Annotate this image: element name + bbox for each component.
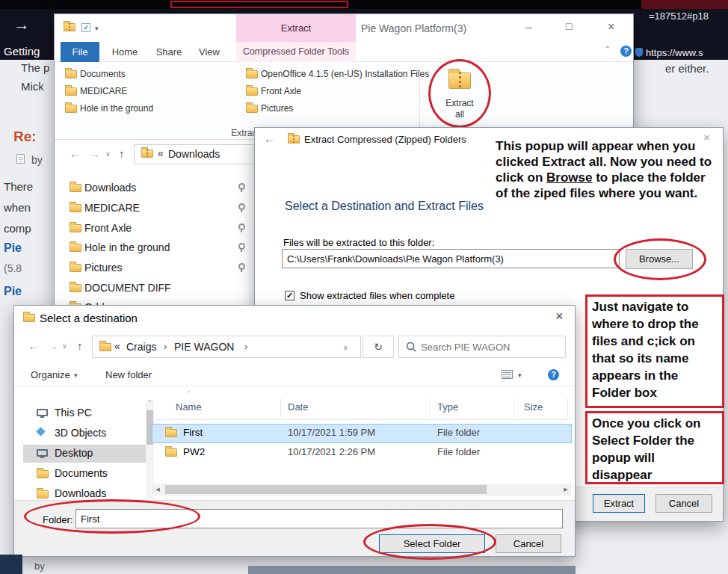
explorer-nav-item-medicare[interactable]: MEDICARE (84, 202, 140, 214)
dialog-toolbar (14, 364, 575, 386)
up-icon[interactable]: ↑ (77, 339, 83, 352)
minimize-button[interactable]: – (525, 20, 531, 33)
tab-file[interactable]: File (61, 42, 99, 62)
views-dropdown-icon[interactable]: ▾ (518, 371, 522, 379)
extract-button[interactable]: Extract (593, 494, 645, 513)
extract-all-label-line1: Extract (433, 98, 487, 108)
back-icon[interactable]: ← (28, 339, 39, 352)
app-zip-folder-icon (64, 23, 75, 31)
extract-to-place[interactable]: MEDICARE (80, 86, 127, 96)
top-black-strip (0, 0, 728, 9)
close-icon[interactable]: × (555, 309, 564, 324)
column-header-size[interactable]: Size (524, 401, 543, 413)
show-files-label: Show extracted files when complete (300, 290, 454, 301)
wizard-back-icon[interactable]: ← (264, 132, 275, 145)
quick-access-check-icon[interactable]: ✓ (81, 23, 90, 32)
select-cancel-button[interactable]: Cancel (496, 534, 561, 553)
h-scroll-right-icon[interactable]: ▸ (560, 484, 572, 494)
browser-forward-icon[interactable]: → (13, 15, 30, 34)
search-input[interactable] (419, 337, 561, 357)
h-scroll-left-icon[interactable]: ◂ (152, 484, 164, 494)
pin-icon[interactable] (237, 223, 244, 232)
breadcrumb-chevron-icon[interactable]: › (244, 341, 247, 352)
select-note-annotation: Once you click on Select Folder the popu… (585, 411, 724, 484)
history-dropdown-icon[interactable]: ∨ (105, 150, 111, 158)
extract-to-place[interactable]: Documents (80, 69, 126, 79)
extract-to-place[interactable]: Pictures (261, 103, 293, 114)
extract-to-place[interactable]: Front Axle (261, 86, 301, 96)
explorer-nav-item-hole-in-the-ground[interactable]: Hole in the ground (84, 241, 170, 253)
nav-item-this-pc[interactable]: This PC (55, 407, 92, 419)
pin-icon[interactable] (237, 203, 244, 212)
organize-menu[interactable]: Organize (31, 369, 70, 380)
window-title: Pie Wagon Platform(3) (361, 22, 466, 34)
column-header-type[interactable]: Type (437, 401, 458, 413)
select-folder-button[interactable]: Select Folder (379, 534, 485, 553)
breadcrumb-chevron-icon[interactable]: › (164, 341, 167, 352)
destination-path-input[interactable] (282, 249, 620, 268)
tab-home[interactable]: Home (104, 42, 146, 62)
organize-dropdown-icon[interactable]: ▾ (74, 371, 78, 379)
breadcrumb-pie-wagon[interactable]: PIE WAGON (174, 341, 234, 353)
ribbon-collapse-icon[interactable]: ˆ (606, 46, 609, 56)
explorer-nav-item-document-diff[interactable]: DOCUMENT DIFF (84, 282, 171, 294)
page-text-fragment: Mick (21, 80, 44, 93)
refresh-button[interactable]: ↻ (363, 336, 394, 358)
sort-ascending-icon: ˆ (188, 391, 190, 399)
breadcrumb-downloads[interactable]: Downloads (168, 148, 220, 160)
quick-access-dropdown-icon[interactable]: ▾ (95, 25, 99, 32)
nav-item-3d-objects[interactable]: 3D Objects (55, 427, 106, 439)
shield-icon (635, 48, 643, 57)
row-pw2-type: File folder (437, 446, 480, 457)
column-divider[interactable] (280, 398, 281, 418)
nav-item-documents[interactable]: Documents (55, 467, 108, 479)
forward-icon[interactable]: → (89, 147, 100, 160)
page-link-fragment[interactable]: Pie (4, 241, 22, 255)
select-note-pre: Once you click on (592, 416, 701, 430)
show-files-checkbox[interactable]: ✓ (285, 291, 294, 300)
nav-item-downloads[interactable]: Downloads (55, 487, 106, 499)
tab-compressed-folder-tools[interactable]: Compressed Folder Tools (236, 42, 356, 62)
explorer-nav-item-downloads[interactable]: Downloads (84, 182, 136, 194)
column-header-date[interactable]: Date (288, 401, 308, 413)
folder-icon (65, 87, 77, 96)
column-divider[interactable] (430, 398, 431, 418)
pin-icon[interactable] (237, 183, 244, 192)
address-dropdown-icon[interactable]: ∨ (343, 344, 348, 351)
page-text-fragment: by (34, 561, 45, 572)
maximize-button[interactable]: □ (566, 20, 572, 32)
up-icon[interactable]: ↑ (119, 147, 125, 160)
extract-cancel-button[interactable]: Cancel (655, 494, 712, 513)
close-button[interactable]: × (608, 20, 614, 34)
views-icon[interactable] (502, 370, 513, 379)
breadcrumb-prefix: « (158, 147, 164, 159)
page-link-fragment[interactable]: Pie (4, 285, 22, 298)
extract-all-button[interactable]: Extract all (433, 65, 487, 135)
explorer-nav-item-pictures[interactable]: Pictures (84, 262, 123, 274)
row-first-name[interactable]: First (183, 427, 203, 438)
column-divider[interactable] (567, 398, 568, 418)
browse-button[interactable]: Browse... (626, 249, 693, 269)
tab-view[interactable]: View (191, 42, 228, 62)
pin-icon[interactable] (237, 243, 244, 252)
row-pw2-name[interactable]: PW2 (183, 446, 205, 457)
explorer-help-icon[interactable]: ? (620, 46, 632, 57)
nav-scroll-up-icon[interactable]: ˆ (146, 400, 154, 408)
column-header-name[interactable]: Name (176, 401, 202, 413)
forward-icon[interactable]: → (47, 339, 58, 352)
column-divider[interactable] (513, 398, 514, 418)
back-icon[interactable]: ← (70, 147, 81, 160)
extract-to-place[interactable]: Hole in the ground (80, 103, 153, 114)
tab-share[interactable]: Share (149, 42, 189, 62)
extract-to-place[interactable]: OpenOffice 4.1.5 (en-US) Installation Fi… (261, 69, 429, 79)
dialog-help-icon[interactable]: ? (548, 369, 559, 380)
folder-name-input[interactable] (75, 509, 563, 528)
pin-icon[interactable] (237, 263, 244, 272)
new-folder-button[interactable]: New folder (105, 369, 152, 380)
nav-item-desktop[interactable]: Desktop (55, 447, 93, 459)
explorer-nav-item-front-axle[interactable]: Front Axle (84, 222, 132, 234)
breadcrumb-craigs[interactable]: Craigs (126, 341, 156, 353)
h-scrollbar-thumb[interactable] (165, 485, 487, 494)
history-dropdown-icon[interactable]: ∨ (62, 342, 67, 350)
browser-tab-fragment: Getting (4, 45, 40, 58)
